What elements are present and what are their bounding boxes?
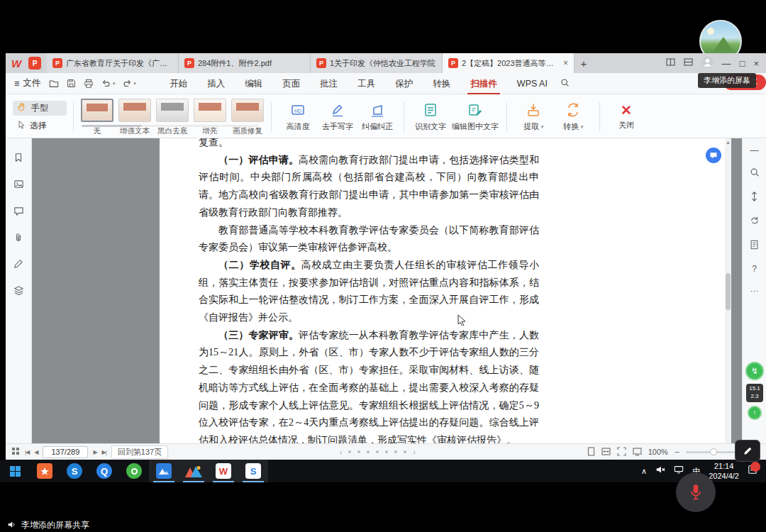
account-avatar[interactable] <box>701 56 714 71</box>
taskbar-browser-s-icon[interactable]: S <box>60 460 89 482</box>
menu-item-convert[interactable]: 转换 <box>423 73 460 94</box>
pdf-app-icon[interactable]: P <box>28 57 41 70</box>
undo-icon[interactable]: ▾ <box>101 79 115 88</box>
annotation-pen-button[interactable] <box>735 440 760 462</box>
scrollbar-thumb[interactable] <box>726 273 731 310</box>
filter-bw-clean[interactable]: 黑白去底 <box>155 99 189 136</box>
fit-width-icon[interactable] <box>601 447 611 458</box>
start-button[interactable] <box>0 460 30 482</box>
filter-scrollbar[interactable] <box>82 125 259 127</box>
last-page-button[interactable]: ▶| <box>102 449 106 455</box>
page-dots-pager[interactable]: ‹› <box>340 448 416 456</box>
remove-handwriting-button[interactable]: 去手写字 <box>318 98 357 136</box>
filter-quality-repair[interactable]: 画质修复 <box>231 99 265 136</box>
menu-item-insert[interactable]: 插入 <box>197 73 235 94</box>
volume-muted-icon[interactable] <box>655 465 665 477</box>
filter-enhance-text[interactable]: 增强文本 <box>118 99 152 136</box>
print-icon[interactable] <box>84 79 94 89</box>
network-speed-widget[interactable]: ↯ 15.1 2.3 ↑ <box>744 362 765 420</box>
menu-item-annotate[interactable]: 批注 <box>310 73 348 94</box>
zoom-slider-thumb[interactable] <box>710 448 717 455</box>
layers-icon[interactable] <box>13 285 24 299</box>
find-icon[interactable] <box>750 167 760 179</box>
filter-brighten[interactable]: 增亮 <box>193 99 227 136</box>
layout-icon[interactable] <box>684 57 693 70</box>
attachment-icon[interactable] <box>13 233 23 245</box>
select-tool-button[interactable]: 选择 <box>13 118 67 133</box>
document-tab-3[interactable]: P 1关于印发《仲恺农业工程学院 <box>311 53 443 73</box>
microphone-muted-button[interactable] <box>676 472 716 512</box>
image-panel-icon[interactable] <box>13 179 24 192</box>
menu-item-protect[interactable]: 保护 <box>385 73 423 94</box>
save-icon[interactable] <box>67 79 76 88</box>
taskbar-wps-icon[interactable]: W <box>209 460 238 482</box>
taskbar-qq-browser-icon[interactable]: Q <box>89 460 119 482</box>
taskbar-clock[interactable]: 21:14 2024/4/2 <box>709 461 739 482</box>
extract-dropdown-caret[interactable]: ▾ <box>540 124 543 130</box>
menu-item-wps-ai[interactable]: WPS AI <box>507 73 557 94</box>
redo-dropdown-caret[interactable]: ▾ <box>133 81 136 87</box>
collapse-panel-icon[interactable]: — <box>750 145 759 155</box>
comment-panel-icon[interactable] <box>13 206 24 219</box>
page-layout-icon[interactable] <box>750 240 759 252</box>
taskbar-photos-app-icon[interactable] <box>149 460 179 482</box>
read-mode-icon[interactable] <box>633 447 642 458</box>
back-to-page-button[interactable]: 回到第137页 <box>111 445 168 459</box>
vertical-scrollbar[interactable]: ▲ <box>725 138 731 443</box>
scroll-up-arrow[interactable]: ▲ <box>725 140 731 145</box>
taskbar-360-icon[interactable] <box>119 460 149 482</box>
menu-item-scan-active[interactable]: 扫描件 <box>460 73 507 94</box>
bookmark-icon[interactable] <box>13 153 23 165</box>
convert-button[interactable]: 转换 ▾ <box>553 98 593 136</box>
search-icon[interactable] <box>560 78 570 89</box>
taskbar-meeting-app-icon[interactable] <box>179 460 209 482</box>
wps-logo-icon[interactable]: W <box>6 57 27 70</box>
menu-item-page[interactable]: 页面 <box>272 73 310 94</box>
ocr-button[interactable]: 识别文字 <box>411 98 450 136</box>
pen-annotate-icon[interactable] <box>13 259 23 272</box>
document-tab-4-active[interactable]: P 2【定稿】2023普通高等学校 × <box>443 53 574 73</box>
thumbnail-view-icon[interactable] <box>11 447 20 457</box>
help-icon[interactable]: ? <box>752 264 757 274</box>
floating-assistant-icon[interactable] <box>706 148 721 163</box>
redo-icon[interactable]: ▾ <box>123 79 136 88</box>
taskbar-s-app-icon[interactable]: S <box>238 460 268 482</box>
new-tab-button[interactable]: + <box>574 57 593 70</box>
window-close-button[interactable]: × <box>753 59 759 68</box>
rotate-page-icon[interactable] <box>750 216 760 228</box>
single-page-view-icon[interactable] <box>587 447 595 458</box>
menu-item-edit[interactable]: 编辑 <box>235 73 272 94</box>
speed-ball-icon[interactable]: ↯ <box>745 362 764 380</box>
first-page-button[interactable]: |◀ <box>25 449 29 455</box>
menu-item-tools[interactable]: 工具 <box>348 73 385 94</box>
more-options-icon[interactable]: ··· <box>750 286 759 296</box>
taskbar-hao123-icon[interactable]: ★ <box>30 460 60 482</box>
file-menu-button[interactable]: ≡ 文件 <box>6 77 49 89</box>
document-tab-2[interactable]: P 284附件1、附件2.pdf <box>179 53 311 73</box>
document-tab-1[interactable]: P 广东省教育厅关于印发《广东省 <box>47 53 179 73</box>
speed-ball-secondary-icon[interactable]: ↑ <box>748 406 762 420</box>
notification-center-icon[interactable] <box>748 465 757 477</box>
minimize-button[interactable]: — <box>722 59 731 68</box>
hand-tool-button[interactable]: 手型 <box>13 101 67 116</box>
next-page-button[interactable]: ▶ <box>93 449 96 455</box>
edit-image-text-button[interactable]: 编辑图中文字 <box>450 98 500 136</box>
menu-item-start[interactable]: 开始 <box>160 73 197 94</box>
previous-page-button[interactable]: ◀ <box>34 449 38 455</box>
tab-close-icon[interactable]: × <box>563 59 568 67</box>
display-device-icon[interactable] <box>674 465 684 477</box>
hd-enhance-button[interactable]: HD 高清度 <box>278 98 318 136</box>
zoom-out-button[interactable]: − <box>675 448 680 457</box>
fullscreen-icon[interactable] <box>617 447 626 458</box>
hidden-icons-button[interactable]: ∧ <box>641 467 647 476</box>
open-folder-icon[interactable] <box>49 79 59 89</box>
zoom-level-label[interactable]: 100% <box>648 448 668 456</box>
maximize-button[interactable]: □ <box>740 59 745 68</box>
extract-button[interactable]: 提取 ▾ <box>514 98 553 136</box>
close-scan-button[interactable]: ✕ 关闭 <box>606 98 646 136</box>
pdf-page[interactable]: 复查。 （一）评估申请。高校需向教育行政部门提出申请，包括选择评估类型和评估时间… <box>160 138 725 443</box>
page-number-input[interactable] <box>43 446 88 458</box>
convert-dropdown-caret[interactable]: ▾ <box>580 124 583 130</box>
scroll-mode-icon[interactable] <box>750 192 759 204</box>
split-view-icon[interactable] <box>666 57 675 70</box>
